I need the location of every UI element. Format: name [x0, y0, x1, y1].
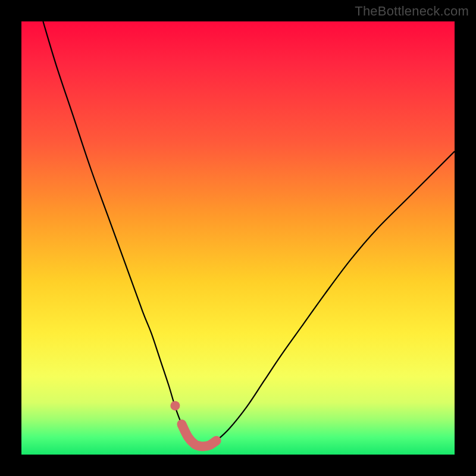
optimal-range-highlight	[181, 424, 216, 446]
chart-svg	[21, 21, 455, 455]
chart-frame: TheBottleneck.com	[0, 0, 476, 476]
watermark-text: TheBottleneck.com	[355, 4, 469, 19]
curve-group	[43, 21, 455, 446]
plot-area	[21, 21, 455, 455]
bottleneck-curve	[43, 21, 455, 446]
optimal-range-end-dot	[170, 401, 180, 411]
